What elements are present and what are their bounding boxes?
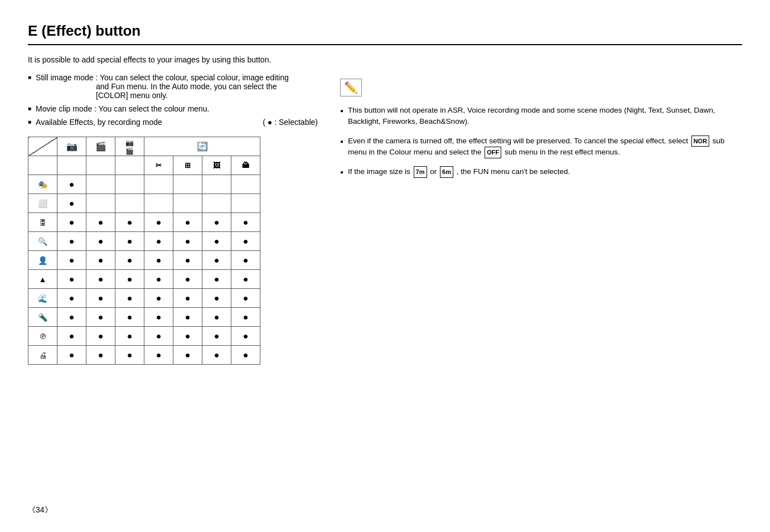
cell-2-1: ● [57, 194, 86, 213]
cell-1-7 [231, 175, 260, 194]
col-header-fun: 🔄 [144, 137, 260, 156]
table-row: 🔍 ●●● ●●●● [28, 232, 260, 251]
fun-sub-grid: ⊞ [173, 156, 202, 175]
intro-text: It is possible to add special effects to… [28, 55, 742, 64]
bullet-text-2: Movie clip mode : You can select the col… [36, 104, 209, 113]
col-header-photo: 📷 [57, 137, 86, 156]
cell-2-4 [144, 194, 173, 213]
selectable-note: ( ● : Selectable) [263, 118, 318, 127]
cell-2-5 [173, 194, 202, 213]
table-row: 🎛 ●●● ●●●● [28, 213, 260, 232]
empty-col3 [115, 156, 144, 175]
row-icon-3: 🎛 [28, 213, 57, 232]
table-header-row-1: 📷 🎬 📷🎬 🔄 [28, 137, 260, 156]
empty-header-cell [28, 156, 57, 175]
table-row: ⬜ ● [28, 194, 260, 213]
page-number: 《34》 [28, 505, 52, 515]
cell-2-3 [115, 194, 144, 213]
right-bullet-text-1: This button will not operate in ASR, Voi… [348, 105, 742, 128]
empty-col2 [86, 156, 115, 175]
col-header-both: 📷🎬 [115, 137, 144, 156]
row-icon-10: 🖨 [28, 346, 57, 365]
row-icon-8: 🔦 [28, 308, 57, 327]
right-column: ✏️ This button will not operate in ASR, … [340, 73, 742, 365]
col-header-movie: 🎬 [86, 137, 115, 156]
row-icon-4: 🔍 [28, 232, 57, 251]
fun-sub-crop: ✂ [144, 156, 173, 175]
table-header-row-2: ✂ ⊞ 🖼 🏔 [28, 156, 260, 175]
bullet-text-1: Still image mode : You can select the co… [36, 73, 289, 100]
cell-1-6 [202, 175, 231, 194]
bullet-item-3: Available Effects, by recording mode ( ●… [28, 118, 318, 131]
7m-icon: 7m [414, 166, 427, 178]
off-icon: OFF [485, 147, 501, 158]
empty-col1 [57, 156, 86, 175]
cell-1-2 [86, 175, 115, 194]
diagonal-header-cell [28, 137, 57, 156]
table-row: 🎭 ● [28, 175, 260, 194]
right-bullet-text-2: Even if the camera is turned off, the ef… [348, 136, 742, 158]
right-bullet-1: This button will not operate in ASR, Voi… [340, 105, 742, 128]
cell-1-4 [144, 175, 173, 194]
row-icon-7: 🌊 [28, 289, 57, 308]
row-icon-6: ▲ [28, 270, 57, 289]
left-column: Still image mode : You can select the co… [28, 73, 318, 365]
right-bullet-3: If the image size is 7m or 6m , the FUN … [340, 166, 742, 178]
table-row: ℗ ●●● ●●●● [28, 327, 260, 346]
cell-2-7 [231, 194, 260, 213]
right-bullet-list: This button will not operate in ASR, Voi… [340, 105, 742, 178]
nor-icon: NOR [691, 136, 709, 147]
table-row: 👤 ●●● ●●●● [28, 251, 260, 270]
pencil-note-icon: ✏️ [340, 79, 362, 96]
bullet-text-3: Available Effects, by recording mode ( ●… [36, 118, 318, 131]
row-icon-2: ⬜ [28, 194, 57, 213]
bullet-item-1: Still image mode : You can select the co… [28, 73, 318, 100]
left-bullet-list: Still image mode : You can select the co… [28, 73, 318, 131]
table-row: 🖨 ●●● ●●●● [28, 346, 260, 365]
fun-sub-scene: 🏔 [231, 156, 260, 175]
cell-2-6 [202, 194, 231, 213]
effects-table: 📷 🎬 📷🎬 🔄 ✂ ⊞ 🖼 🏔 [28, 137, 260, 365]
right-bullet-2: Even if the camera is turned off, the ef… [340, 136, 742, 158]
fun-sub-frame: 🖼 [202, 156, 231, 175]
table-row: 🌊 ●●● ●●●● [28, 289, 260, 308]
table-row: 🔦 ●●● ●●●● [28, 308, 260, 327]
bullet-item-2: Movie clip mode : You can select the col… [28, 104, 318, 113]
table-row: ▲ ●●● ●●●● [28, 270, 260, 289]
cell-1-3 [115, 175, 144, 194]
page-title: E (Effect) button [28, 22, 742, 45]
row-icon-5: 👤 [28, 251, 57, 270]
row-icon-9: ℗ [28, 327, 57, 346]
row-icon-1: 🎭 [28, 175, 57, 194]
6m-icon: 6m [440, 166, 453, 178]
right-bullet-text-3: If the image size is 7m or 6m , the FUN … [348, 166, 570, 178]
available-effects-label: Available Effects, by recording mode [36, 118, 162, 127]
cell-2-2 [86, 194, 115, 213]
cell-1-5 [173, 175, 202, 194]
cell-1-1: ● [57, 175, 86, 194]
